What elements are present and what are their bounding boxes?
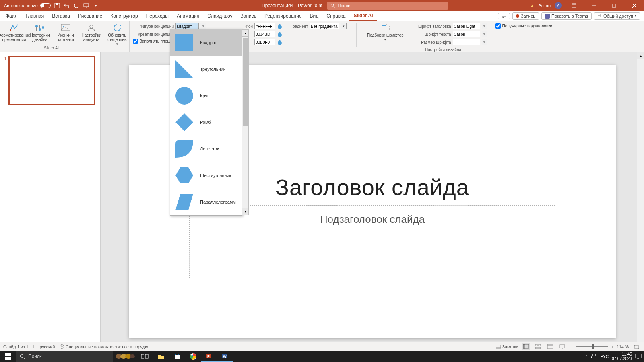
chrome-button[interactable] [185, 351, 201, 362]
dropdown-item-circle[interactable]: Круг [170, 82, 242, 109]
ribbon-options-icon[interactable] [566, 0, 582, 11]
fit-window-button[interactable] [632, 343, 641, 350]
tray-chevron-icon[interactable]: ˄ [586, 354, 588, 359]
dropdown-item-parallelogram[interactable]: Параллелограмм [170, 189, 242, 215]
dropdown-item-hexagon[interactable]: Шестиугольник [170, 162, 242, 189]
start-slideshow-icon[interactable] [83, 2, 89, 9]
task-view-button[interactable] [137, 351, 153, 362]
icons-pictures-button[interactable]: Иконки и картинки [55, 23, 76, 43]
bg-color-input[interactable] [254, 23, 275, 29]
avatar[interactable]: А [555, 2, 562, 9]
comments-button[interactable] [498, 13, 510, 19]
svg-rect-37 [535, 347, 537, 349]
color-picker-icon-3[interactable] [277, 39, 283, 45]
zoom-level[interactable]: 114 % [617, 344, 629, 349]
zoom-out-button[interactable]: − [570, 344, 572, 349]
save-icon[interactable] [54, 2, 60, 9]
taskbar-search[interactable]: Поиск [16, 351, 113, 362]
tab-animations[interactable]: Анимация [173, 12, 203, 20]
search-input[interactable] [337, 3, 445, 8]
color2-input[interactable] [254, 31, 275, 37]
dropdown-item-diamond[interactable]: Ромб [170, 109, 242, 136]
normal-view-button[interactable] [522, 343, 530, 350]
color3-input[interactable] [254, 39, 275, 45]
tray-clock[interactable]: 11:4507.07.2023 [612, 352, 632, 361]
text-font-input[interactable] [453, 31, 480, 37]
slide-count-label[interactable]: Слайд 1 из 1 [3, 344, 29, 349]
tab-help[interactable]: Справка [322, 12, 349, 20]
text-font-dropdown-arrow[interactable]: ▾ [482, 31, 487, 37]
tab-view[interactable]: Вид [306, 12, 323, 20]
tab-design[interactable]: Конструктор [106, 12, 142, 20]
tab-slideshow[interactable]: Слайд-шоу [203, 12, 236, 20]
maximize-button[interactable] [606, 0, 622, 11]
dropdown-item-square[interactable]: Квадрат [170, 29, 242, 56]
minimize-button[interactable] [586, 0, 602, 11]
scroll-thumb[interactable] [243, 38, 248, 126]
fill-area-checkbox[interactable] [133, 39, 138, 44]
subtitle-placeholder[interactable]: Подзаголовок слайда [189, 210, 555, 278]
tray-language[interactable]: РУС [601, 354, 609, 359]
format-presentation-button[interactable]: Форматирование презентации [3, 23, 25, 43]
color-picker-icon-2[interactable] [277, 31, 283, 37]
redo-icon[interactable] [73, 2, 80, 9]
svg-rect-38 [539, 347, 541, 349]
scroll-down-icon[interactable]: ▾ [242, 208, 248, 215]
search-box[interactable] [327, 2, 448, 10]
title-font-input[interactable] [453, 23, 480, 29]
record-button[interactable]: Запись [512, 12, 539, 20]
qat-more-icon[interactable]: ▾ [93, 2, 99, 9]
dropdown-item-petal[interactable]: Лепесток [170, 136, 242, 162]
title-font-dropdown-arrow[interactable]: ▾ [482, 23, 487, 29]
dropdown-item-triangle[interactable]: Треугольник [170, 56, 242, 82]
concept-shape-input[interactable] [175, 23, 199, 29]
font-size-input[interactable] [453, 39, 480, 45]
tab-transitions[interactable]: Переходы [142, 12, 173, 20]
warning-icon[interactable]: ▲ [530, 3, 535, 8]
font-selections-button[interactable]: TПодборки шрифтов▾ [366, 23, 404, 42]
update-concept-button[interactable]: Обновить концепцию▾ [106, 23, 128, 50]
dropdown-scrollbar[interactable]: ▴ ▾ [242, 29, 249, 215]
reading-view-button[interactable] [546, 343, 555, 350]
tab-home[interactable]: Главная [22, 12, 48, 20]
design-settings-button[interactable]: Настройки дизайна [29, 23, 51, 43]
user-name[interactable]: Антон [538, 3, 551, 8]
accessibility-label[interactable]: Специальные возможности: все в порядке [60, 344, 149, 349]
tray-notifications-icon[interactable] [635, 354, 642, 359]
slide-thumbnail[interactable] [9, 56, 95, 105]
tab-slider-ai[interactable]: Slider AI [349, 12, 377, 21]
powerpoint-button[interactable]: P [201, 351, 217, 362]
zoom-in-button[interactable]: + [611, 344, 613, 349]
taskbar-widget[interactable] [113, 352, 137, 360]
scroll-up-icon[interactable]: ▴ [242, 30, 248, 37]
tab-file[interactable]: Файл [2, 12, 22, 20]
tab-insert[interactable]: Вставка [48, 12, 74, 20]
store-button[interactable] [169, 351, 185, 362]
word-button[interactable]: W [217, 351, 233, 362]
tray-cloud-icon[interactable] [591, 354, 597, 359]
notes-button[interactable]: Заметки [496, 344, 518, 349]
color-picker-icon[interactable] [277, 23, 283, 29]
account-settings-button[interactable]: Настройки аккаунта [80, 23, 102, 43]
concept-shape-dropdown-arrow[interactable]: ▾ [200, 23, 206, 29]
zoom-slider[interactable] [576, 346, 608, 347]
undo-icon[interactable] [64, 2, 70, 9]
gradient-dropdown-arrow[interactable]: ▾ [341, 23, 347, 29]
scroll-up-icon[interactable]: ▴ [637, 52, 644, 59]
tab-record[interactable]: Запись [237, 12, 260, 20]
share-button[interactable]: Общий доступ▾ [594, 12, 640, 20]
font-size-dropdown-arrow[interactable]: ▾ [482, 39, 487, 45]
sorter-view-button[interactable] [534, 343, 543, 350]
autosave-toggle[interactable]: Автосохранение [4, 3, 51, 8]
vertical-scrollbar[interactable]: ▴ ▾ [637, 52, 644, 351]
gradient-input[interactable] [310, 23, 339, 29]
tab-review[interactable]: Рецензирование [260, 12, 306, 20]
slideshow-view-button[interactable] [558, 343, 567, 350]
file-explorer-button[interactable] [153, 351, 169, 362]
teams-button[interactable]: Показать в Teams [541, 12, 592, 20]
bold-subs-checkbox[interactable] [495, 23, 501, 29]
tab-draw[interactable]: Рисование [74, 12, 106, 20]
language-label[interactable]: русский [33, 344, 55, 349]
close-button[interactable] [626, 0, 642, 11]
start-button[interactable] [0, 351, 16, 362]
